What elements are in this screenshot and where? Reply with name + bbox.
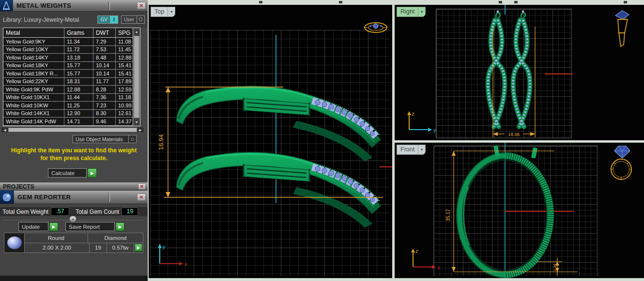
z-axis-label: z	[415, 248, 418, 254]
table-row[interactable]: White Gold:10KW11.257.2310.99	[3, 102, 133, 110]
table-header-row: Metal Grams DWT SPG	[3, 28, 133, 38]
play-icon[interactable]: ▶	[88, 168, 97, 177]
table-row[interactable]: Yellow Gold:14KY13.188.4812.88	[3, 54, 133, 62]
hoop-earring-model-top-2[interactable]	[176, 152, 381, 228]
twist-earring-model-right-1[interactable]	[488, 11, 505, 127]
instruction-text: Highlight the item you want to find the …	[0, 147, 148, 162]
table-row[interactable]: White Gold:9K PdW12.888.2812.59	[3, 86, 133, 94]
viewport-right[interactable]: 16.86 z y Right ▼	[395, 5, 644, 140]
table-cell: 7.36	[93, 94, 116, 102]
dimension-value: 16.86	[508, 132, 520, 137]
viewport-name: Right	[397, 7, 418, 16]
gem-row[interactable]: Round Diamond 2.00 X 2.00 19 0.57tw ▶	[4, 233, 143, 253]
hoop-earring-model-top-1[interactable]	[176, 86, 381, 162]
viewport-label-right[interactable]: Right ▼	[397, 7, 426, 17]
scroll-thumb[interactable]	[134, 36, 139, 118]
table-cell: 11.34	[64, 38, 93, 45]
scroll-right-icon[interactable]: ►	[137, 127, 144, 133]
gem-header-row: Round Diamond	[25, 233, 143, 243]
scroll-thumb[interactable]	[8, 128, 137, 132]
table-cell: 7.53	[93, 46, 116, 54]
col-header-spg[interactable]: SPG	[116, 28, 133, 37]
metal-weights-icon	[0, 0, 13, 11]
close-icon[interactable]: ✕	[137, 193, 146, 201]
round-gem-image	[7, 237, 22, 249]
table-cell: White Gold:10KX1	[3, 94, 64, 102]
close-icon[interactable]: ✕	[137, 2, 146, 9]
gem-reporter-titlebar: GEM REPORTER ✕	[0, 191, 148, 204]
use-object-materials-toggle[interactable]: Use Object Materials O	[73, 135, 137, 143]
table-cell: Yellow Gold:18KY R...	[3, 70, 64, 77]
table-cell: Yellow Gold:22KY	[3, 78, 64, 86]
viewport-front[interactable]: 35.17 2.38 z x	[395, 143, 644, 278]
table-cell: 15.77	[64, 70, 93, 77]
table-cell: Yellow Gold:18KY	[3, 62, 64, 70]
table-cell: 12.61	[116, 110, 133, 118]
play-icon[interactable]: ▶	[135, 244, 142, 251]
vertical-scrollbar[interactable]: ▲ ▼	[133, 28, 140, 126]
scroll-left-icon[interactable]: ◄	[1, 127, 8, 133]
titlebar-groove	[108, 192, 110, 202]
col-header-dwt[interactable]: DWT	[93, 28, 116, 37]
scroll-down-icon[interactable]: ▼	[133, 118, 140, 126]
calculate-button[interactable]: Calculate ▶	[48, 168, 97, 177]
projects-bar[interactable]: PROJECTS ✕	[0, 182, 148, 191]
scroll-up-icon[interactable]: ▲	[133, 28, 140, 35]
table-cell: 13.18	[64, 54, 93, 61]
gem-type: Diamond	[88, 233, 143, 243]
table-cell: 12.88	[64, 86, 93, 93]
horizontal-scrollbar[interactable]: ◄ ►	[1, 127, 144, 133]
splitter-tick	[339, 1, 342, 3]
viewport-label-front[interactable]: Front ▼	[397, 145, 426, 155]
projects-title: PROJECTS	[0, 183, 34, 190]
splitter-tick	[259, 1, 262, 3]
splitter-tick	[624, 1, 627, 3]
table-row[interactable]: Yellow Gold:10KY11.727.5311.45	[3, 46, 133, 54]
table-row[interactable]: Yellow Gold:18KY R...15.7710.1415.41	[3, 70, 133, 78]
table-cell: Yellow Gold:14KY	[3, 54, 64, 61]
table-row[interactable]: White Gold:14KX112.908.3012.61	[3, 110, 133, 118]
col-header-grams[interactable]: Grams	[64, 28, 93, 37]
update-button[interactable]: Update ▶	[18, 222, 58, 231]
play-icon[interactable]: ▶	[116, 222, 124, 231]
table-row[interactable]: White Gold:14K PdW14.719.4614.37	[3, 118, 133, 126]
table-cell: 10.99	[116, 102, 133, 109]
gem-shape: Round	[25, 233, 88, 243]
table-cell: 15.77	[64, 62, 93, 70]
x-axis-label: x	[437, 265, 440, 270]
chevron-down-icon[interactable]: ▼	[418, 145, 425, 154]
table-row[interactable]: Yellow Gold:18KY15.7710.1415.41	[3, 62, 133, 70]
gem-weight: 0.57tw	[107, 243, 134, 253]
play-icon[interactable]: ▶	[49, 222, 58, 231]
viewport-top[interactable]: 16.94 y x Top ▼	[149, 5, 392, 278]
library-row: Library: Luxury-Jewelry-Metal GV I User …	[0, 12, 148, 28]
user-toggle[interactable]: User O	[121, 15, 145, 24]
table-cell: 7.29	[93, 38, 116, 45]
matrix-cad-window: METAL WEIGHTS ✕ Library: Luxury-Jewelry-…	[0, 0, 644, 281]
twist-earring-model-right-2[interactable]	[513, 11, 530, 127]
table-row[interactable]: White Gold:10KX111.447.3611.18	[3, 94, 133, 102]
instruction-line-1: Highlight the item you want to find the …	[0, 147, 148, 155]
z-axis-label: z	[411, 111, 414, 117]
panel-title: GEM REPORTER	[14, 193, 71, 201]
gv-label: GV	[98, 16, 109, 23]
chevron-down-icon[interactable]: ▼	[418, 7, 425, 16]
save-report-label: Save Report	[65, 222, 115, 231]
gem-reporter-icon	[0, 191, 14, 204]
table-row[interactable]: Yellow Gold:22KY18.3111.7717.89	[3, 78, 133, 86]
left-panel: METAL WEIGHTS ✕ Library: Luxury-Jewelry-…	[0, 0, 148, 281]
axis-gizmo: z x	[411, 248, 440, 270]
save-report-button[interactable]: Save Report ▶	[65, 222, 124, 231]
chevron-down-icon[interactable]: ▼	[168, 7, 175, 16]
col-header-metal[interactable]: Metal	[3, 28, 64, 37]
table-cell: 15.41	[116, 62, 133, 70]
gv-toggle[interactable]: GV I	[97, 15, 118, 24]
table-cell: White Gold:9K PdW	[3, 86, 64, 93]
collapse-button[interactable]: ▲	[69, 216, 77, 222]
close-icon[interactable]: ✕	[138, 183, 146, 190]
viewport-label-top[interactable]: Top ▼	[151, 7, 175, 17]
ring-top-glyph-icon	[365, 23, 387, 32]
total-gem-count-label: Total Gem Count	[73, 208, 122, 215]
gem-count: 19	[90, 243, 107, 253]
table-row[interactable]: Yellow Gold:9KY11.347.2911.08	[3, 38, 133, 46]
